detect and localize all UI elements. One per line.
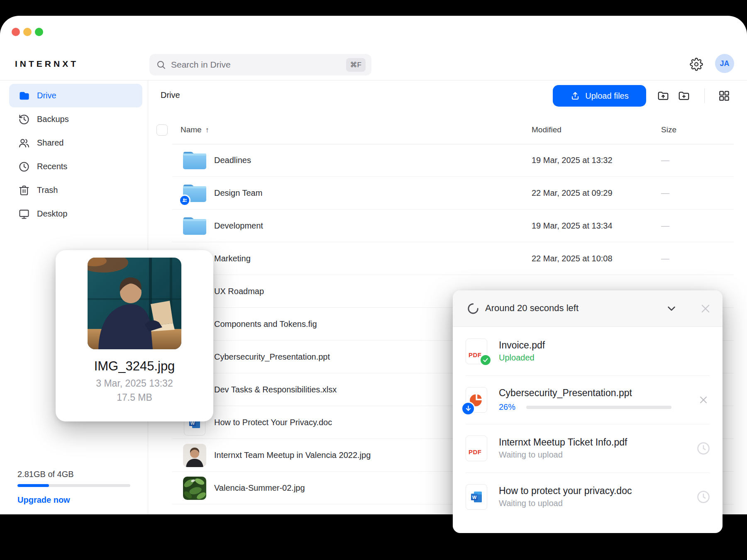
- uploading-arrow-icon: [461, 402, 475, 416]
- storage-progress-fill: [17, 484, 49, 487]
- folder-plus-icon: [678, 90, 690, 102]
- file-name: Valencia-Summer-02.jpg: [214, 483, 305, 493]
- table-row[interactable]: Development19 Mar, 2025 at 13:34—: [149, 209, 747, 242]
- backups-icon: [18, 113, 30, 126]
- file-name: Development: [214, 221, 263, 231]
- search-placeholder: Search in Drive: [171, 60, 346, 70]
- gear-icon: [690, 58, 703, 71]
- toolbar-divider: [704, 88, 705, 103]
- upload-files-button[interactable]: Upload files: [553, 85, 646, 107]
- close-icon: [699, 302, 712, 315]
- upload-files-label: Upload files: [585, 91, 629, 101]
- upload-status: Waiting to upload: [499, 450, 627, 460]
- upload-progress-bar: [526, 406, 671, 409]
- search-icon: [156, 60, 166, 70]
- file-name: Dev Tasks & Responsibilities.xlsx: [214, 385, 337, 394]
- storage-usage-label: 2.81GB of 4GB: [17, 470, 130, 479]
- table-row[interactable]: Deadlines19 Mar, 2025 at 13:32—: [149, 144, 747, 177]
- folder-upload-icon: [657, 90, 669, 102]
- upload-progress-panel: Around 20 seconds left PDFInvoice.pdfUpl…: [453, 290, 723, 533]
- file-name: Cybersecurity_Presentation.ppt: [214, 352, 330, 362]
- preview-filesize: 17.5 MB: [56, 392, 213, 403]
- upload-percent: 26%: [499, 402, 520, 412]
- grid-view-button[interactable]: [715, 87, 733, 105]
- app-window: INTERNXT Search in Drive ⌘F JA DriveBack…: [0, 16, 747, 514]
- sidebar-item-shared[interactable]: Shared: [9, 131, 142, 155]
- sidebar-item-label: Backups: [37, 114, 69, 124]
- pdf-file-icon: PDF: [466, 436, 487, 461]
- upload-folder-button[interactable]: [654, 87, 672, 105]
- file-modified: 22 Mar, 2025 at 10:08: [532, 254, 613, 263]
- desktop-background: INTERNXT Search in Drive ⌘F JA DriveBack…: [0, 0, 747, 560]
- spinner-icon: [467, 302, 479, 315]
- sidebar-item-trash[interactable]: Trash: [9, 178, 142, 202]
- sidebar-item-label: Recents: [37, 162, 67, 171]
- avatar[interactable]: JA: [715, 54, 734, 73]
- svg-text:W: W: [472, 494, 477, 499]
- preview-date: 3 Mar, 2025 13:32: [56, 378, 213, 389]
- sidebar-item-label: Desktop: [37, 209, 67, 219]
- file-name: Deadlines: [214, 156, 251, 165]
- file-name: Components and Tokens.fig: [214, 319, 317, 329]
- select-all-checkbox[interactable]: [156, 124, 168, 136]
- search-shortcut-badge: ⌘F: [346, 58, 366, 72]
- waiting-clock-icon: [696, 489, 711, 504]
- close-panel-button[interactable]: [698, 301, 713, 316]
- sidebar-nav: DriveBackupsSharedRecentsTrashDesktop: [0, 84, 148, 226]
- file-size: —: [661, 221, 669, 231]
- cancel-upload-button[interactable]: [696, 392, 711, 407]
- close-window-button[interactable]: [12, 28, 20, 36]
- file-modified: 19 Mar, 2025 at 13:34: [532, 221, 613, 231]
- upload-item: PDFInvoice.pdfUploaded: [453, 327, 723, 375]
- column-header-name[interactable]: Name↑: [181, 125, 209, 134]
- grid-view-icon: [718, 90, 730, 102]
- sidebar-item-drive[interactable]: Drive: [9, 84, 142, 107]
- search-input[interactable]: Search in Drive ⌘F: [149, 54, 371, 75]
- new-folder-button[interactable]: [675, 87, 693, 105]
- page-title: Drive: [161, 90, 180, 100]
- upload-status: Uploaded: [499, 353, 545, 363]
- file-name: How to Protect Your Privacy.doc: [214, 418, 332, 427]
- sidebar-item-backups[interactable]: Backups: [9, 107, 142, 131]
- drive-icon: [18, 90, 30, 102]
- preview-image: [88, 258, 181, 349]
- storage-progress-bar: [17, 484, 130, 487]
- upgrade-now-link[interactable]: Upgrade now: [17, 495, 130, 505]
- file-preview-card: IMG_3245.jpg 3 Mar, 2025 13:32 17.5 MB: [56, 250, 213, 421]
- ppt-file-icon: [466, 387, 487, 413]
- table-row[interactable]: Marketing22 Mar, 2025 at 10:08—: [149, 242, 747, 275]
- zoom-window-button[interactable]: [35, 28, 43, 36]
- collapse-panel-button[interactable]: [664, 301, 679, 316]
- storage-widget: 2.81GB of 4GB Upgrade now: [17, 470, 130, 505]
- upload-icon: [570, 91, 580, 101]
- recents-icon: [18, 161, 30, 173]
- column-header-size: Size: [661, 125, 676, 134]
- folder-shared-icon: [181, 183, 208, 204]
- pdf-label: PDF: [469, 448, 482, 455]
- photo-leaves-icon: [181, 477, 208, 500]
- upload-file-name: Internxt Meetup Ticket Info.pdf: [499, 437, 627, 448]
- sidebar-item-label: Trash: [37, 185, 58, 195]
- table-header: Name↑ Modified Size: [149, 120, 747, 144]
- sidebar-item-recents[interactable]: Recents: [9, 155, 142, 178]
- waiting-clock-icon: [696, 441, 711, 456]
- file-size: —: [661, 254, 669, 263]
- column-header-modified: Modified: [532, 125, 561, 134]
- settings-button[interactable]: [688, 56, 704, 72]
- file-name: Internxt Team Meetup in Valencia 2022.jp…: [214, 450, 371, 460]
- photo-portrait-icon: [181, 444, 208, 467]
- upload-panel-header: Around 20 seconds left: [453, 290, 723, 327]
- minimize-window-button[interactable]: [23, 28, 32, 36]
- shared-badge-icon: [179, 195, 190, 206]
- table-row[interactable]: Design Team22 Mar, 2025 at 09:29—: [149, 177, 747, 209]
- upload-item: Cybersecurity_Presentation.ppt26%: [453, 375, 723, 424]
- upload-time-remaining: Around 20 seconds left: [485, 303, 579, 314]
- file-modified: 22 Mar, 2025 at 09:29: [532, 188, 613, 198]
- folder-icon: [181, 216, 208, 236]
- file-size: —: [661, 188, 669, 198]
- folder-icon: [181, 150, 208, 171]
- upload-item: PDFInternxt Meetup Ticket Info.pdfWaitin…: [453, 424, 723, 472]
- upload-file-name: Invoice.pdf: [499, 340, 545, 351]
- sidebar-item-desktop[interactable]: Desktop: [9, 202, 142, 226]
- upload-file-name: How to protect your privacy.doc: [499, 485, 632, 497]
